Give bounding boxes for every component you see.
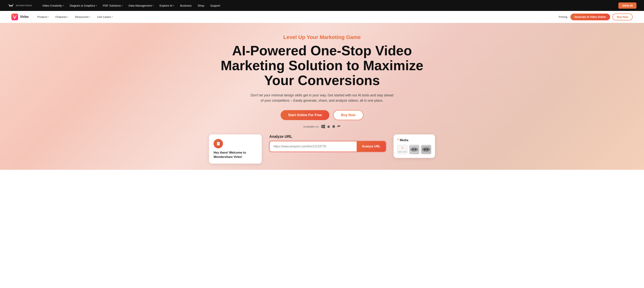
top-navigation: wondershare Video Creativity ▾ Diagram &… xyxy=(0,0,644,11)
chevron-down-icon: ▾ xyxy=(68,16,68,18)
chevron-down-icon: ▾ xyxy=(89,16,90,18)
chevron-down-icon: ▾ xyxy=(48,16,48,18)
media-thumbnail-1[interactable] xyxy=(409,145,420,154)
svg-point-5 xyxy=(415,148,416,150)
chat-welcome-message: Hey there! Welcome to Wondershare Virbo! xyxy=(214,150,257,159)
logo[interactable]: wondershare xyxy=(8,2,32,9)
top-nav-business[interactable]: Business xyxy=(178,2,194,9)
wondershare-logo-icon xyxy=(8,2,14,9)
hero-description: Don't let your minimal design skills get… xyxy=(250,92,394,104)
platform-icons xyxy=(321,124,341,128)
svg-rect-1 xyxy=(11,14,18,20)
hero-section: Level Up Your Marketing Game AI-Powered … xyxy=(0,23,644,170)
pricing-link[interactable]: Pricing xyxy=(558,14,568,20)
top-nav-pdf-solutions[interactable]: PDF Solutions ▾ xyxy=(100,2,125,9)
media-card: * Media + Add media xyxy=(394,134,435,158)
virbo-brand-name: Virbo xyxy=(20,15,28,19)
chevron-down-icon: ▾ xyxy=(152,4,154,6)
sub-nav-resources[interactable]: Resources ▾ xyxy=(72,14,94,20)
analyze-url-input[interactable] xyxy=(270,141,357,152)
hero-bottom: 📋 Hey there! Welcome to Wondershare Virb… xyxy=(209,134,435,164)
hero-buttons: Start Online For Free Buy Now xyxy=(280,110,364,120)
sub-navigation: Virbo Product ▾ Features ▾ Resources ▾ U… xyxy=(0,11,644,23)
android-icon xyxy=(332,124,336,128)
chevron-down-icon: ▾ xyxy=(96,4,97,6)
hero-title: AI-Powered One-Stop Video Marketing Solu… xyxy=(209,43,435,88)
sub-nav-use-cases[interactable]: Use Cases ▾ xyxy=(94,14,116,20)
top-nav-data-management[interactable]: Data Management ▾ xyxy=(126,2,156,9)
generate-ai-video-button[interactable]: Generate AI Video Online xyxy=(570,14,610,20)
cloud-icon xyxy=(337,124,341,128)
top-nav-shop[interactable]: Shop xyxy=(195,2,207,9)
analyze-url-button[interactable]: Analyze URL xyxy=(357,141,386,152)
media-card-title: * Media xyxy=(397,138,431,142)
chat-widget: 📋 Hey there! Welcome to Wondershare Virb… xyxy=(209,134,262,164)
media-thumbnails: + Add media xyxy=(397,145,431,154)
top-nav-video-creativity[interactable]: Video Creativity ▾ xyxy=(40,2,66,9)
virbo-logo-icon xyxy=(11,14,18,20)
sub-nav-links: Product ▾ Features ▾ Resources ▾ Use Cas… xyxy=(34,14,558,20)
sub-nav-features[interactable]: Features ▾ xyxy=(52,14,71,20)
svg-point-4 xyxy=(412,148,414,150)
virbo-brand[interactable]: Virbo xyxy=(11,14,28,20)
svg-point-8 xyxy=(424,148,426,150)
chevron-down-icon: ▾ xyxy=(63,4,64,6)
sub-nav-product[interactable]: Product ▾ xyxy=(34,14,52,20)
media-thumbnail-2[interactable] xyxy=(421,145,431,154)
add-icon: + xyxy=(402,146,404,150)
top-nav-support[interactable]: Support xyxy=(208,2,223,9)
analyze-url-label: Analyze URL xyxy=(269,134,386,139)
mac-icon xyxy=(326,124,330,128)
sub-nav-right: Pricing Generate AI Video Online Buy Now xyxy=(558,14,633,20)
top-nav-links: Video Creativity ▾ Diagram & Graphics ▾ … xyxy=(40,2,618,9)
windows-icon xyxy=(321,124,325,128)
hero-subtitle: Level Up Your Marketing Game xyxy=(283,34,360,40)
analyze-url-box: Analyze URL xyxy=(269,141,386,152)
wondershare-logo-text: wondershare xyxy=(16,4,32,7)
available-on: Available on: xyxy=(303,124,341,128)
add-media-thumb[interactable]: + Add media xyxy=(397,145,408,154)
analyze-url-section: Analyze URL Analyze URL xyxy=(269,134,386,152)
chat-icon: 📋 xyxy=(214,139,223,148)
chevron-down-icon: ▾ xyxy=(173,4,174,6)
chevron-down-icon: ▾ xyxy=(122,4,122,6)
sign-in-button[interactable]: SIGN IN xyxy=(618,2,636,9)
buy-now-button[interactable]: Buy Now xyxy=(612,14,633,20)
top-nav-diagram-graphics[interactable]: Diagram & Graphics ▾ xyxy=(67,2,100,9)
buy-now-hero-button[interactable]: Buy Now xyxy=(333,110,364,120)
svg-point-9 xyxy=(426,148,428,150)
chevron-down-icon: ▾ xyxy=(112,16,112,18)
start-online-button[interactable]: Start Online For Free xyxy=(280,110,329,120)
top-nav-explore-ai[interactable]: Explore AI ▾ xyxy=(157,2,177,9)
top-nav-right: SIGN IN xyxy=(618,2,636,9)
